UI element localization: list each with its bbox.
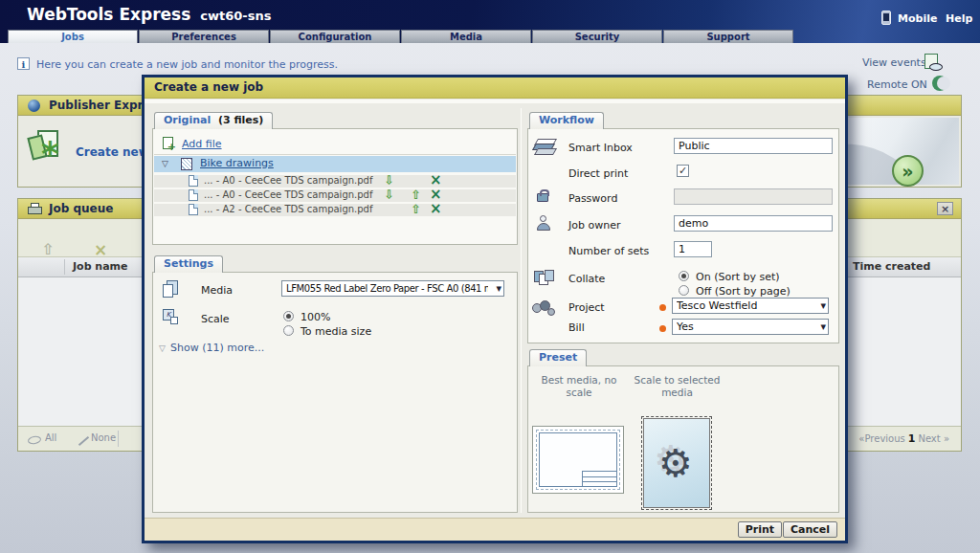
view-events-icon[interactable] — [924, 54, 938, 69]
collate-icon — [534, 269, 557, 288]
project-label: Project — [568, 301, 605, 314]
collate-label: Collate — [568, 273, 605, 285]
help-link[interactable]: Help — [946, 12, 972, 25]
tab-jobs[interactable]: Jobs — [8, 30, 138, 43]
bill-label: Bill — [568, 321, 585, 334]
password-label: Password — [568, 192, 617, 205]
tab-security[interactable]: Security — [532, 30, 662, 43]
file-row[interactable]: ... - A0 - CeeCee TDS campaign.pdf ⇩ × — [154, 175, 516, 188]
remote-crescent-icon[interactable] — [932, 76, 947, 91]
job-owner-input[interactable]: demo — [674, 215, 833, 232]
media-select[interactable]: LFM055 Red Label Zero Paper - FSC A0 (84… — [281, 280, 504, 297]
collate-on-radio[interactable] — [679, 271, 689, 281]
dropdown-arrow-icon: ▾ — [820, 299, 826, 312]
gear-icon: ⚙ — [658, 444, 693, 482]
tab-settings[interactable]: Settings — [154, 255, 223, 273]
current-page[interactable]: 1 — [908, 432, 916, 445]
add-file-icon: + — [163, 137, 173, 149]
move-down-icon[interactable]: ⇩ — [384, 188, 394, 202]
preset-scale-to-media-thumbnail[interactable]: ⚙ ⚙ — [643, 418, 710, 508]
delete-x-icon: × — [76, 242, 125, 257]
file-icon — [189, 189, 198, 201]
tab-media[interactable]: Media — [401, 30, 531, 43]
direct-print-checkbox[interactable]: ✓ — [677, 165, 689, 177]
file-icon — [189, 204, 198, 215]
close-panel-button[interactable]: × — [937, 202, 953, 215]
smart-inbox-input[interactable]: Public — [674, 138, 833, 154]
folder-doc-icon — [181, 158, 192, 170]
go-chevron-button[interactable]: » — [892, 155, 924, 187]
info-icon: i — [17, 57, 30, 70]
collate-on-label: On (Sort by set) — [696, 271, 780, 283]
preset-group: Best media, no scale Scale to selected m… — [527, 365, 839, 513]
project-required-dot — [659, 304, 666, 311]
media-icon — [163, 280, 180, 299]
tab-support[interactable]: Support — [663, 30, 793, 43]
create-new-job-icon[interactable]: * — [30, 130, 62, 170]
tab-configuration[interactable]: Configuration — [270, 30, 400, 43]
job-queue-title: Job queue — [49, 202, 113, 215]
move-up-icon[interactable]: ⇧ — [411, 202, 421, 216]
column-divider — [521, 108, 522, 513]
select-none-link[interactable]: None — [91, 432, 116, 443]
scale-100-radio[interactable] — [283, 311, 294, 321]
column-time-created: Time created — [853, 260, 930, 273]
job-owner-label: Job owner — [568, 219, 620, 232]
bill-select[interactable]: Yes ▾ — [672, 319, 829, 335]
show-more-link[interactable]: Show (11) more... — [170, 342, 264, 354]
preset-option-2-label: Scale to selected media — [632, 374, 723, 399]
move-up-icon[interactable]: ⇧ — [411, 188, 421, 202]
select-none-icon — [78, 436, 89, 446]
add-file-link[interactable]: Add file — [182, 138, 222, 150]
file-row[interactable]: ... - A2 - CeeCee TDS campaign.pdf ⇧ × — [154, 204, 516, 216]
tab-original[interactable]: Original (3 files) — [154, 112, 273, 129]
file-icon — [189, 175, 198, 187]
folder-link[interactable]: Bike drawings — [200, 157, 274, 169]
select-all-link[interactable]: All — [45, 432, 56, 443]
remote-on-link[interactable]: Remote ON — [867, 78, 927, 91]
app-name: WebTools Express — [27, 5, 190, 24]
project-select[interactable]: Tesco Westfield ▾ — [672, 298, 829, 314]
previous-page-link[interactable]: «Previous — [858, 433, 904, 444]
settings-group: Media LFM055 Red Label Zero Paper - FSC … — [152, 272, 518, 513]
smart-inbox-label: Smart Inbox — [568, 142, 633, 154]
scale-label: Scale — [201, 313, 230, 325]
job-owner-icon — [536, 215, 551, 232]
file-row[interactable]: ... - A0 - CeeCee TDS campaign.pdf ⇩ ⇧ × — [154, 189, 516, 202]
show-more-expander-icon[interactable]: ▽ — [159, 343, 166, 353]
tab-preset[interactable]: Preset — [529, 349, 587, 366]
password-lock-icon — [537, 193, 548, 202]
app-title: WebTools Expresscwt60-sns — [27, 5, 271, 24]
host-name: cwt60-sns — [200, 9, 271, 23]
cancel-button[interactable]: Cancel — [783, 521, 837, 538]
collate-off-label: Off (Sort by page) — [696, 285, 791, 298]
password-input[interactable] — [674, 188, 833, 205]
tree-expander-icon[interactable]: ▽ — [162, 159, 168, 168]
select-all-icon — [27, 435, 41, 445]
mobile-link[interactable]: Mobile — [898, 12, 937, 25]
scale-to-media-label: To media size — [301, 325, 371, 338]
direct-print-label: Direct print — [568, 167, 628, 180]
media-label: Media — [201, 284, 233, 297]
scale-icon: K — [163, 309, 180, 326]
info-message: Here you can create a new job and monito… — [36, 58, 338, 71]
view-events-link[interactable]: View events — [862, 56, 926, 69]
scale-to-media-radio[interactable] — [283, 325, 294, 336]
move-down-icon[interactable]: ⇩ — [384, 173, 394, 188]
bill-required-dot — [659, 325, 666, 332]
tab-preferences[interactable]: Preferences — [139, 30, 269, 43]
workflow-group: Smart Inbox Public Direct print ✓ Passwo… — [527, 128, 839, 343]
project-icon — [532, 299, 557, 317]
collate-off-radio[interactable] — [679, 285, 689, 296]
remove-file-icon[interactable]: × — [430, 202, 442, 216]
tab-workflow[interactable]: Workflow — [529, 112, 604, 129]
preset-best-media-thumbnail[interactable] — [532, 426, 624, 494]
original-group: + Add file ▽ Bike drawings ... - A0 - Ce… — [152, 128, 518, 245]
mobile-icon — [881, 11, 891, 25]
smart-inbox-icon — [534, 139, 557, 156]
next-page-link[interactable]: Next » — [918, 433, 949, 444]
number-of-sets-input[interactable]: 1 — [674, 241, 712, 257]
print-button[interactable]: Print — [738, 521, 782, 538]
dialog-title-bar: Create a new job — [145, 77, 845, 99]
folder-row[interactable]: ▽ Bike drawings — [154, 156, 516, 172]
